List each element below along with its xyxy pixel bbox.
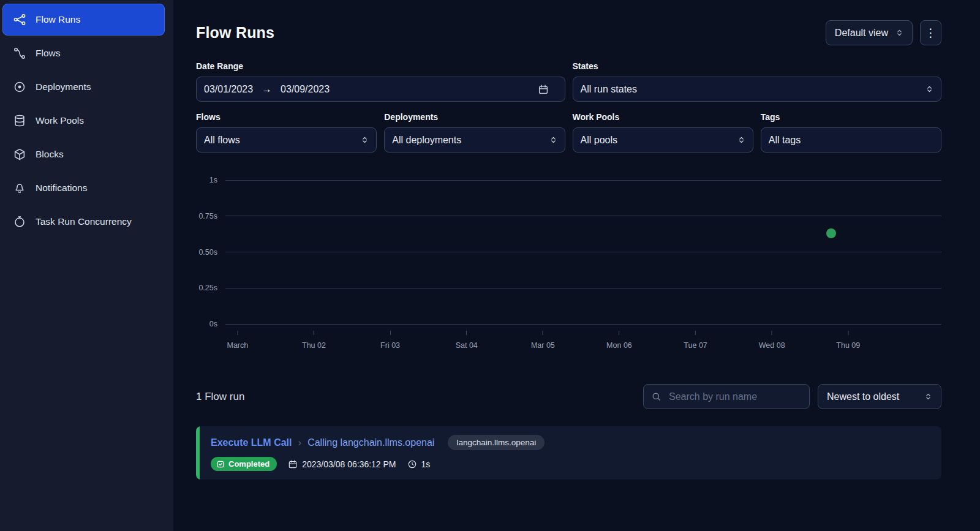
main-content: Flow Runs Default view ⋮ Date Range 03/0…	[173, 0, 980, 531]
work-pools-icon	[13, 114, 26, 127]
chevron-updown-icon	[737, 136, 745, 144]
sidebar-item-deployments[interactable]: Deployments	[2, 71, 165, 103]
sidebar: Flow Runs Flows Deployments Work Pools B	[0, 0, 173, 531]
date-start-value: 03/01/2023	[204, 84, 253, 95]
flow-runs-icon	[13, 13, 26, 26]
work-pools-label: Work Pools	[573, 112, 753, 122]
results-actions: Newest to oldest	[643, 384, 941, 409]
y-tick-label: 0.50s	[198, 248, 217, 257]
duration-meta: 1s	[407, 459, 431, 469]
notifications-icon	[13, 181, 26, 195]
flow-run-point[interactable]	[826, 228, 836, 238]
x-tick: Thu 09	[836, 324, 860, 350]
x-tick: Mar 05	[531, 324, 555, 350]
sidebar-item-flow-runs[interactable]: Flow Runs	[2, 4, 165, 36]
sort-selector[interactable]: Newest to oldest	[818, 384, 941, 409]
flow-run-card[interactable]: Execute LLM Call › Calling langchain.llm…	[196, 426, 941, 480]
y-tick-label: 0.75s	[198, 212, 217, 220]
deployments-icon	[13, 80, 26, 94]
flows-value: All flows	[204, 135, 361, 146]
search-input[interactable]	[668, 391, 802, 403]
flow-run-card-body: Execute LLM Call › Calling langchain.llm…	[200, 426, 556, 480]
x-tick-label: Sat 04	[456, 341, 478, 350]
flow-runs-chart: 1s0.75s0.50s0.25s0s MarchThu 02Fri 03Sat…	[196, 180, 941, 356]
sidebar-item-flows[interactable]: Flows	[2, 37, 165, 69]
deployments-select[interactable]: All deployments	[384, 127, 565, 153]
states-select[interactable]: All run states	[573, 77, 942, 102]
deployments-label: Deployments	[384, 112, 565, 122]
filters-row-1: Date Range 03/01/2023 → 03/09/2023 State…	[196, 61, 941, 102]
x-tick: Mon 06	[606, 324, 632, 350]
x-tick-mark	[466, 331, 467, 335]
states-value: All run states	[581, 84, 926, 95]
sidebar-item-task-run-concurrency[interactable]: Task Run Concurrency	[2, 206, 165, 238]
x-tick-mark	[390, 331, 391, 335]
tags-label: Tags	[761, 112, 941, 122]
flow-run-breadcrumb: Execute LLM Call › Calling langchain.llm…	[211, 435, 545, 450]
tags-filter: Tags All tags	[761, 112, 941, 153]
run-timestamp: 2023/03/08 06:36:12 PM	[302, 459, 396, 469]
flow-link[interactable]: Execute LLM Call	[211, 437, 292, 448]
states-label: States	[573, 61, 942, 71]
chart-plot: 1s0.75s0.50s0.25s0s	[225, 180, 941, 324]
filters-row-2: Flows All flows Deployments All deployme…	[196, 112, 941, 153]
sidebar-item-blocks[interactable]: Blocks	[2, 138, 165, 170]
sidebar-item-label: Task Run Concurrency	[36, 216, 132, 227]
kebab-menu-button[interactable]: ⋮	[920, 20, 941, 45]
flows-label: Flows	[196, 112, 377, 122]
flow-run-count: 1 Flow run	[196, 391, 244, 403]
deployments-value: All deployments	[392, 135, 549, 146]
results-bar: 1 Flow run Newest to oldest	[196, 384, 941, 409]
tag-pill: langchain.llms.openai	[448, 435, 545, 450]
sort-value: Newest to oldest	[827, 391, 899, 402]
work-pools-select[interactable]: All pools	[573, 127, 753, 153]
x-tick-mark	[772, 331, 772, 335]
x-tick-label: Tue 07	[684, 341, 707, 350]
chevron-updown-icon	[549, 136, 557, 144]
flow-run-meta: Completed 2023/03/08 06:36:12 PM 1s	[211, 457, 545, 471]
search-box[interactable]	[643, 384, 810, 409]
x-tick-mark	[695, 331, 696, 335]
calendar-icon	[288, 459, 298, 469]
clock-icon	[407, 459, 417, 469]
chart-gridline	[225, 216, 941, 216]
sidebar-item-label: Flow Runs	[36, 14, 80, 25]
x-tick: Fri 03	[380, 324, 400, 350]
tags-value: All tags	[769, 135, 933, 146]
blocks-icon	[13, 148, 26, 161]
flow-run-link[interactable]: Calling langchain.llms.openai	[307, 437, 434, 448]
y-tick-label: 0s	[209, 320, 217, 328]
state-badge: Completed	[211, 457, 277, 471]
x-tick-label: Mar 05	[531, 341, 555, 350]
flows-select[interactable]: All flows	[196, 127, 377, 153]
header-actions: Default view ⋮	[826, 20, 941, 45]
date-range-filter: Date Range 03/01/2023 → 03/09/2023	[196, 61, 565, 102]
x-tick-mark	[237, 331, 238, 335]
sidebar-item-label: Notifications	[36, 183, 87, 194]
x-tick: Sat 04	[456, 324, 478, 350]
work-pools-filter: Work Pools All pools	[573, 112, 753, 153]
date-range-input[interactable]: 03/01/2023 → 03/09/2023	[196, 77, 565, 102]
kebab-icon: ⋮	[925, 27, 937, 39]
deployments-filter: Deployments All deployments	[384, 112, 565, 153]
sidebar-item-label: Flows	[36, 48, 60, 59]
view-selector[interactable]: Default view	[826, 20, 913, 45]
tags-input[interactable]: All tags	[761, 127, 941, 153]
app-root: Flow Runs Flows Deployments Work Pools B	[0, 0, 980, 531]
sidebar-item-work-pools[interactable]: Work Pools	[2, 105, 165, 137]
y-tick-label: 0.25s	[198, 284, 217, 292]
run-duration: 1s	[421, 459, 431, 469]
x-tick-label: Mon 06	[606, 341, 632, 350]
x-tick-label: Fri 03	[380, 341, 400, 350]
x-tick-label: Thu 02	[302, 341, 326, 350]
chart-x-axis: MarchThu 02Fri 03Sat 04Mar 05Mon 06Tue 0…	[225, 324, 941, 356]
breadcrumb-separator: ›	[298, 437, 301, 449]
sidebar-item-notifications[interactable]: Notifications	[2, 172, 165, 204]
date-end-value: 03/09/2023	[281, 84, 330, 95]
date-range-label: Date Range	[196, 61, 565, 71]
x-tick-label: Wed 08	[759, 341, 785, 350]
page-title: Flow Runs	[196, 24, 274, 42]
chart-gridline	[225, 288, 941, 288]
x-tick-label: Thu 09	[836, 341, 860, 350]
x-tick: Thu 02	[302, 324, 326, 350]
